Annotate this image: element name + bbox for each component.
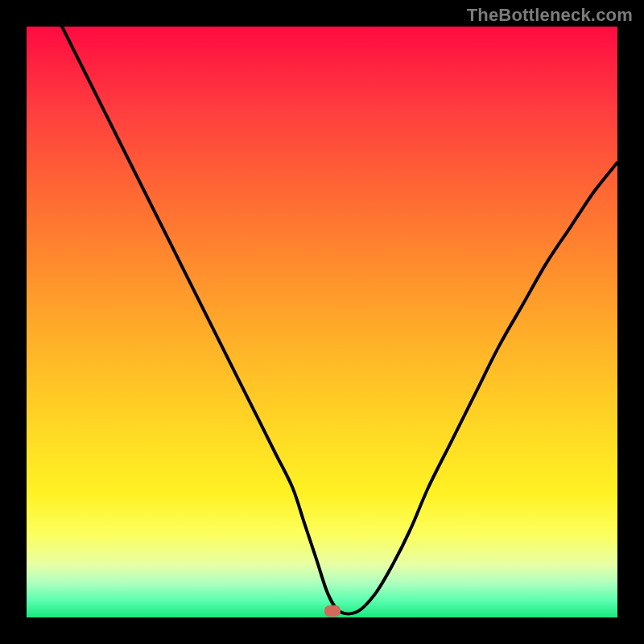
minimum-marker <box>324 605 341 617</box>
chart-frame: TheBottleneck.com <box>0 0 644 644</box>
curve-path <box>62 27 617 613</box>
watermark-text: TheBottleneck.com <box>467 5 633 26</box>
bottleneck-curve <box>27 27 617 617</box>
plot-area <box>27 27 617 617</box>
